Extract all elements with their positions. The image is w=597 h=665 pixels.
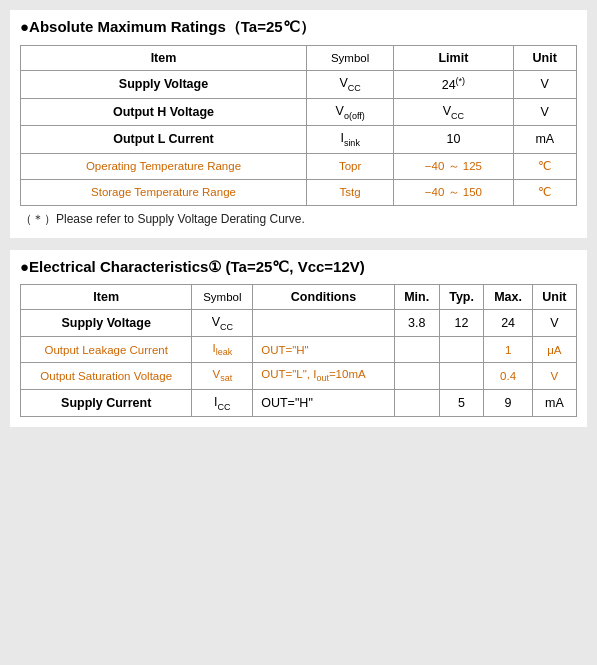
row-conditions: OUT="H" [253,337,394,363]
col-max: Max. [484,284,532,309]
col-unit: Unit [513,46,576,71]
col-typ: Typ. [439,284,484,309]
col-symbol: Symbol [192,284,253,309]
row-max: 0.4 [484,363,532,389]
row-limit: 10 [394,126,513,154]
row-unit: mA [513,126,576,154]
row-typ: 12 [439,309,484,337]
row-min [394,389,439,417]
row-item: Output Leakage Current [21,337,192,363]
row-unit: V [513,98,576,126]
section1-note: （＊）Please refer to Supply Voltage Derati… [20,211,577,228]
row-min [394,337,439,363]
row-unit: V [532,309,576,337]
row-limit: −40 ～ 150 [394,179,513,205]
row-min [394,363,439,389]
row-symbol: Topr [306,153,393,179]
row-limit: VCC [394,98,513,126]
table-row: Output Leakage Current Ileak OUT="H" 1 μ… [21,337,577,363]
row-item: Storage Temperature Range [21,179,307,205]
section1-title: ●Absolute Maximum Ratings（Ta=25℃） [20,18,577,37]
row-symbol: ICC [192,389,253,417]
absolute-max-table: Item Symbol Limit Unit Supply Voltage VC… [20,45,577,206]
row-typ [439,363,484,389]
row-unit: V [532,363,576,389]
row-max: 9 [484,389,532,417]
electrical-characteristics-section: ●Electrical Characteristics① (Ta=25℃, Vc… [10,250,587,428]
row-symbol: Ileak [192,337,253,363]
row-symbol: Tstg [306,179,393,205]
electrical-char-table: Item Symbol Conditions Min. Typ. Max. Un… [20,284,577,418]
table-row: Output L Current Isink 10 mA [21,126,577,154]
row-unit: μA [532,337,576,363]
row-typ [439,337,484,363]
row-symbol: VCC [306,71,393,99]
row-item: Supply Voltage [21,309,192,337]
row-symbol: Isink [306,126,393,154]
row-unit: ℃ [513,179,576,205]
col-item: Item [21,46,307,71]
col-symbol: Symbol [306,46,393,71]
row-limit: 24(*) [394,71,513,99]
section2-title: ●Electrical Characteristics① (Ta=25℃, Vc… [20,258,577,276]
absolute-max-ratings-section: ●Absolute Maximum Ratings（Ta=25℃） Item S… [10,10,587,238]
col-conditions: Conditions [253,284,394,309]
table-row: Supply Voltage VCC 24(*) V [21,71,577,99]
row-max: 24 [484,309,532,337]
col-limit: Limit [394,46,513,71]
row-max: 1 [484,337,532,363]
table-row: Supply Current ICC OUT="H" 5 9 mA [21,389,577,417]
table-row: Operating Temperature Range Topr −40 ～ 1… [21,153,577,179]
row-min: 3.8 [394,309,439,337]
row-conditions [253,309,394,337]
col-min: Min. [394,284,439,309]
row-conditions: OUT="H" [253,389,394,417]
row-unit: V [513,71,576,99]
table-row: Output Saturation Voltage Vsat OUT="L", … [21,363,577,389]
row-limit: −40 ～ 125 [394,153,513,179]
row-conditions: OUT="L", Iout=10mA [253,363,394,389]
row-item: Supply Current [21,389,192,417]
row-item: Output H Voltage [21,98,307,126]
row-unit: ℃ [513,153,576,179]
row-symbol: Vo(off) [306,98,393,126]
col-item: Item [21,284,192,309]
table-row: Storage Temperature Range Tstg −40 ～ 150… [21,179,577,205]
row-symbol: Vsat [192,363,253,389]
row-item: Supply Voltage [21,71,307,99]
row-item: Operating Temperature Range [21,153,307,179]
table-row: Output H Voltage Vo(off) VCC V [21,98,577,126]
row-typ: 5 [439,389,484,417]
row-item: Output L Current [21,126,307,154]
row-item: Output Saturation Voltage [21,363,192,389]
table-row: Supply Voltage VCC 3.8 12 24 V [21,309,577,337]
row-unit: mA [532,389,576,417]
col-unit: Unit [532,284,576,309]
row-symbol: VCC [192,309,253,337]
